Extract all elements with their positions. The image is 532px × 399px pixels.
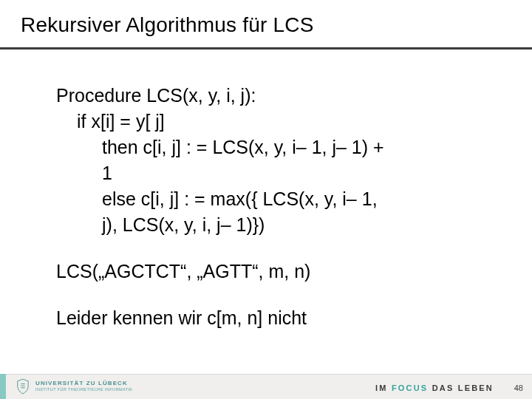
motto-pre: IM [375,383,392,392]
page-number: 48 [514,383,523,392]
title-region: Rekursiver Algorithmus für LCS [0,0,532,43]
slide-title: Rekursiver Algorithmus für LCS [21,13,532,37]
procedure-head: Procedure LCS(x, y, i, j): [56,83,508,108]
motto-accent: FOCUS [392,383,429,392]
call-line: LCS(„AGCTCT“, „AGTT“, m, n) [56,259,508,284]
note-line: Leider kennen wir c[m, n] nicht [56,306,508,330]
footer: UNIVERSITÄT ZU LÜBECK INSTITUT FÜR THEOR… [0,374,532,399]
else-cont: j), LCS(x, y, i, j– 1)}) [56,213,508,237]
university-text: UNIVERSITÄT ZU LÜBECK INSTITUT FÜR THEOR… [35,381,132,392]
else-line: else c[i, j] : = max({ LCS(x, y, i– 1, [56,187,508,211]
institute-name: INSTITUT FÜR THEORETISCHE INFORMATIK [35,388,132,392]
university-name: UNIVERSITÄT ZU LÜBECK [35,381,132,386]
footer-motto: IM FOCUS DAS LEBEN [375,383,494,392]
then-one: 1 [56,161,508,185]
footer-left: UNIVERSITÄT ZU LÜBECK INSTITUT FÜR THEOR… [16,378,132,395]
slide: { "title": "Rekursiver Algorithmus für L… [0,0,532,399]
motto-post: DAS LEBEN [428,383,494,392]
slide-body: Procedure LCS(x, y, i, j): if x[i] = y[ … [0,50,532,330]
then-line: then c[i, j] : = LCS(x, y, i– 1, j– 1) + [56,135,508,160]
if-line: if x[i] = y[ j] [56,109,508,134]
university-crest-icon [16,378,30,395]
footer-accent-tick [0,374,6,399]
